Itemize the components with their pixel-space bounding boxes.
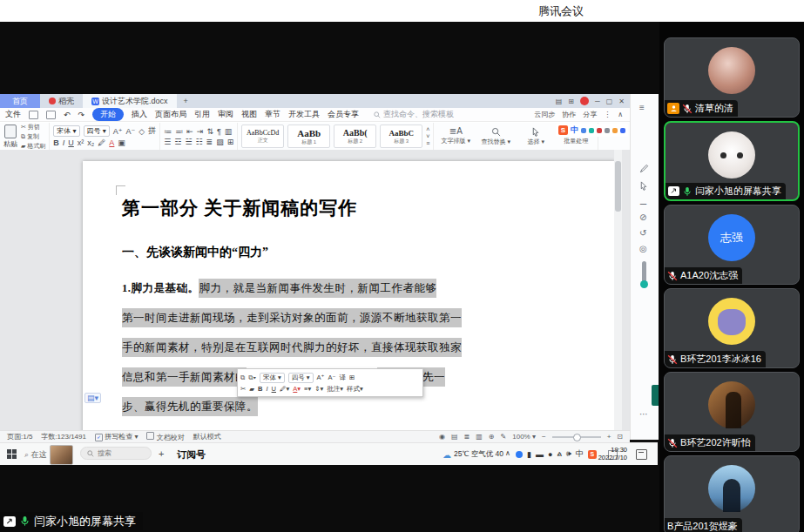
underline-button[interactable]: U xyxy=(68,138,74,147)
tray-expand-icon[interactable]: ∧ xyxy=(505,449,510,457)
wps-document-tab[interactable]: W设计艺术学院.docx xyxy=(83,94,177,108)
read-view-icon[interactable]: ▥ xyxy=(476,433,483,441)
collapse-ribbon-icon[interactable]: ∧ xyxy=(618,111,623,118)
menu-page-layout[interactable]: 页面布局 xyxy=(155,109,186,120)
fullscreen-icon[interactable]: ⊡ xyxy=(617,433,623,441)
bullet-list-icon[interactable]: ≔ xyxy=(164,127,172,136)
action-center-icon[interactable] xyxy=(636,449,647,460)
bold-button[interactable]: B xyxy=(53,138,59,147)
mini-grow-font-icon[interactable]: A⁺ xyxy=(317,374,325,381)
participant-tile[interactable]: 清草的清 xyxy=(664,37,800,118)
outline-view-icon[interactable]: ≣ xyxy=(464,433,470,441)
mini-line-spacing-icon[interactable]: ⇕▾ xyxy=(314,385,323,393)
style-heading2[interactable]: AaBb(标题 2 xyxy=(334,125,376,148)
mini-style-button[interactable]: 样式▾ xyxy=(347,385,363,394)
mini-align-icon[interactable]: ≡▾ xyxy=(304,385,311,393)
clock[interactable]: 19:302022/7/10 xyxy=(585,446,627,461)
menu-references[interactable]: 引用 xyxy=(194,109,210,120)
skin-icon[interactable] xyxy=(612,128,618,133)
font-size-select[interactable]: 四号 ▾ xyxy=(84,125,110,137)
apps-grid-icon[interactable]: ⊞ xyxy=(568,98,574,105)
page-view-icon[interactable]: ▤ xyxy=(451,433,458,441)
pinyin-guide-icon[interactable]: 拼 xyxy=(148,125,156,137)
document-scrollbar[interactable] xyxy=(614,150,622,430)
word-count[interactable]: 字数:123/1491 xyxy=(41,432,86,441)
font-name-select[interactable]: 宋体 ▾ xyxy=(53,125,79,137)
mini-paste-icon[interactable]: ⧉ xyxy=(240,374,245,382)
mini-shrink-font-icon[interactable]: A⁻ xyxy=(328,374,336,381)
strip-slider-knob[interactable] xyxy=(640,280,648,288)
subscript-icon[interactable]: x₂ xyxy=(87,138,94,147)
italic-button[interactable]: I xyxy=(63,138,65,147)
ime-mode-icon[interactable]: 中 xyxy=(576,448,584,460)
participant-tile[interactable]: 志强 A1A20沈志强 xyxy=(664,205,800,285)
font-color-icon[interactable]: A xyxy=(109,138,114,147)
mini-paste-special-icon[interactable]: ⧉▾ xyxy=(248,374,256,382)
spellcheck-toggle[interactable]: ✓ 拼写检查 ▾ xyxy=(95,432,138,441)
start-button[interactable] xyxy=(7,449,17,459)
menu-file[interactable]: 文件 xyxy=(5,109,21,120)
punctuation-icon[interactable] xyxy=(581,128,586,133)
annotation-collapsed-tab[interactable] xyxy=(652,385,659,406)
edit-icon[interactable]: ✎ xyxy=(501,433,507,441)
add-button[interactable]: + xyxy=(159,448,164,459)
emoji-icon[interactable] xyxy=(589,128,594,133)
zoom-in-button[interactable]: + xyxy=(607,433,611,441)
participant-tile[interactable]: B产品201贺煜豪 xyxy=(664,455,800,532)
restore-button[interactable]: ▢ xyxy=(606,98,613,105)
scrollbar-thumb[interactable] xyxy=(615,161,621,212)
pen-icon[interactable] xyxy=(639,164,649,173)
sort-icon[interactable]: ⇅ xyxy=(206,127,213,136)
copy-button[interactable]: ⧉ 复制 xyxy=(21,132,45,141)
more-icon[interactable]: ⋮ xyxy=(604,111,611,118)
participant-tile[interactable]: B环艺202许昕怡 xyxy=(664,372,800,452)
keyboard-icon[interactable] xyxy=(605,128,610,133)
mini-comment-button[interactable]: 批注▾ xyxy=(327,385,343,394)
undo-annotation-icon[interactable]: ↺ xyxy=(639,228,646,238)
clear-format-icon[interactable]: ◇ xyxy=(139,127,145,136)
gallery-scroll[interactable]: ˄˅≡ xyxy=(426,126,429,146)
mini-italic-button[interactable]: I xyxy=(267,385,268,393)
document-page[interactable]: 第一部分 关于新闻稿的写作 一、先谈谈新闻中的“四力” 1.脚力是基础。脚力，就… xyxy=(83,161,615,430)
wps-home-tab[interactable]: 首页 xyxy=(0,94,40,108)
text-layout-button[interactable]: ≣A文字排版 ▾ xyxy=(437,127,474,145)
print-icon[interactable] xyxy=(46,111,56,119)
zoom-out-button[interactable]: − xyxy=(542,433,546,441)
network-icon[interactable]: ል xyxy=(557,449,562,459)
subscription-title[interactable]: 订阅号 xyxy=(177,448,206,461)
app-search-box[interactable]: 搜索 xyxy=(80,447,152,460)
web-view-icon[interactable]: ⊕ xyxy=(489,433,495,441)
meeting-titlebar[interactable]: 腾讯会议 xyxy=(0,0,804,22)
mini-bold-button[interactable]: B xyxy=(258,385,262,393)
menu-start-tab[interactable]: 开始 xyxy=(92,108,124,121)
align-left-icon[interactable]: ☰ xyxy=(164,138,171,146)
menu-review[interactable]: 审阅 xyxy=(218,109,233,120)
collapse-strip-icon[interactable]: ≡ xyxy=(639,103,645,112)
help-icon[interactable]: ◎ xyxy=(639,244,647,253)
voice-input-icon[interactable] xyxy=(597,128,602,133)
menu-member[interactable]: 会员专享 xyxy=(328,109,359,120)
align-center-icon[interactable]: ☲ xyxy=(174,138,181,146)
share-banner[interactable]: 闫家小旭的屏幕共享 xyxy=(0,512,143,530)
tray-app2-icon[interactable]: ▬ xyxy=(536,450,544,459)
proofread-toggle[interactable]: 文档校对 xyxy=(146,432,184,442)
volume-icon[interactable]: 🕪 xyxy=(566,449,571,459)
mode-indicator[interactable]: 默认模式 xyxy=(193,432,221,441)
minimize-button[interactable]: ─ xyxy=(595,98,600,105)
align-right-icon[interactable]: ☱ xyxy=(185,138,192,146)
mini-font-color-icon[interactable]: A▾ xyxy=(293,385,301,393)
menu-insert[interactable]: 插入 xyxy=(132,109,147,120)
pointer-icon[interactable] xyxy=(639,181,648,191)
strip-more-icon[interactable]: ⋯ xyxy=(639,409,648,419)
columns-icon[interactable]: ▥ xyxy=(225,127,233,136)
select-button[interactable]: 选择 ▾ xyxy=(517,127,554,146)
paste-button[interactable]: 粘贴 xyxy=(3,125,17,149)
taskbar-search-hint[interactable]: ⌕ 在这 xyxy=(24,449,47,461)
shrink-font-icon[interactable]: A⁻ xyxy=(126,127,136,136)
mini-underline-button[interactable]: U xyxy=(272,385,276,393)
zoom-slider[interactable] xyxy=(552,436,601,438)
close-button[interactable]: ✕ xyxy=(618,98,625,105)
superscript-icon[interactable]: x² xyxy=(78,138,84,147)
mini-font-select[interactable]: 宋体 ▾ xyxy=(260,373,285,383)
menu-view[interactable]: 视图 xyxy=(241,109,257,120)
